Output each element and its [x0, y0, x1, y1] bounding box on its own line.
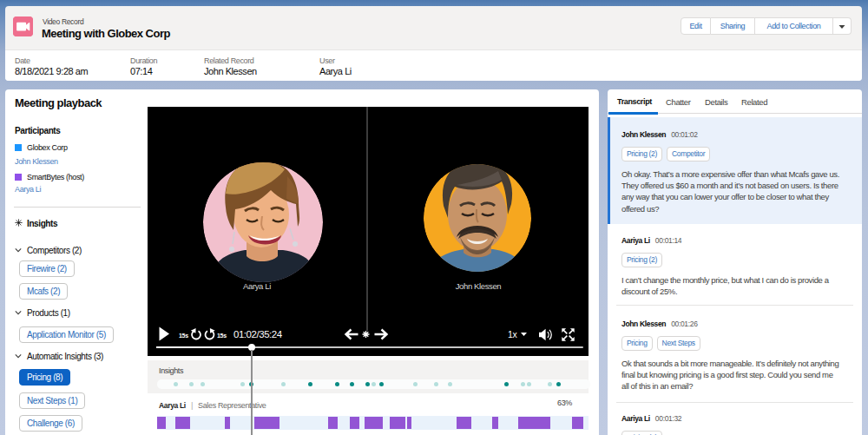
svg-text:01:02/35:24: 01:02/35:24	[233, 329, 283, 339]
svg-text:1x: 1x	[508, 329, 517, 339]
svg-text:15s: 15s	[217, 333, 227, 339]
svg-text:15s: 15s	[179, 333, 188, 339]
